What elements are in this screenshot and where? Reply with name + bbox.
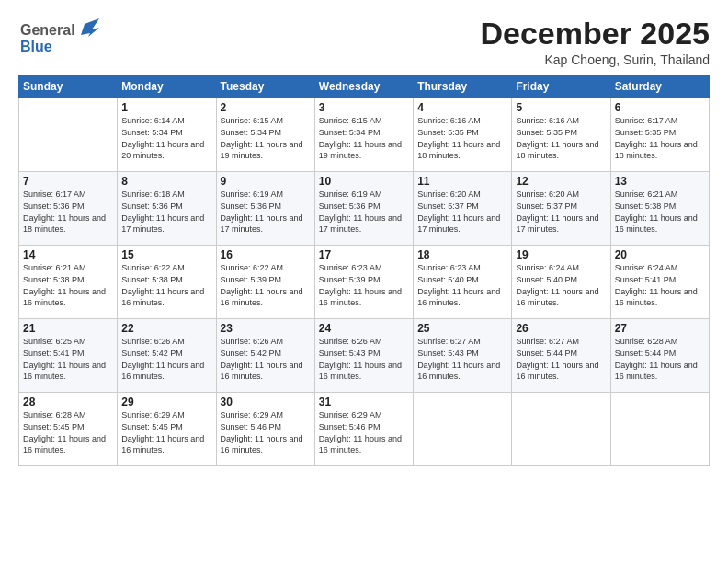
col-thursday: Thursday — [414, 75, 512, 98]
sunrise-text: Sunrise: 6:19 AMSunset: 5:36 PMDaylight:… — [221, 190, 303, 234]
calendar-week-0: 1Sunrise: 6:14 AMSunset: 5:34 PMDaylight… — [19, 98, 710, 172]
day-number: 15 — [121, 248, 211, 261]
calendar-cell: 1Sunrise: 6:14 AMSunset: 5:34 PMDaylight… — [118, 98, 216, 172]
calendar-week-3: 21Sunrise: 6:25 AMSunset: 5:41 PMDayligh… — [19, 319, 710, 393]
calendar-cell: 5Sunrise: 6:16 AMSunset: 5:35 PMDaylight… — [512, 98, 610, 172]
day-number: 2 — [221, 101, 311, 114]
calendar-cell: 15Sunrise: 6:22 AMSunset: 5:38 PMDayligh… — [118, 246, 216, 319]
logo-icon: General Blue — [18, 17, 101, 58]
calendar-cell — [414, 393, 512, 466]
day-number: 31 — [319, 396, 409, 408]
col-monday: Monday — [118, 75, 216, 98]
day-number: 10 — [319, 175, 409, 188]
calendar-cell — [19, 98, 118, 172]
sunrise-text: Sunrise: 6:24 AMSunset: 5:41 PMDaylight:… — [615, 263, 698, 307]
day-number: 22 — [121, 322, 211, 335]
col-sunday: Sunday — [19, 75, 118, 98]
day-number: 13 — [615, 175, 705, 188]
title-block: December 2025 Kap Choeng, Surin, Thailan… — [480, 17, 710, 67]
sunrise-text: Sunrise: 6:26 AMSunset: 5:42 PMDaylight:… — [121, 337, 204, 381]
day-number: 26 — [516, 322, 606, 335]
calendar-week-2: 14Sunrise: 6:21 AMSunset: 5:38 PMDayligh… — [19, 246, 710, 319]
col-saturday: Saturday — [610, 75, 709, 98]
calendar-cell: 14Sunrise: 6:21 AMSunset: 5:38 PMDayligh… — [19, 246, 118, 319]
calendar-cell: 28Sunrise: 6:28 AMSunset: 5:45 PMDayligh… — [19, 393, 118, 466]
day-number: 17 — [319, 248, 409, 261]
day-number: 29 — [121, 396, 211, 408]
calendar-cell: 13Sunrise: 6:21 AMSunset: 5:38 PMDayligh… — [610, 172, 709, 246]
day-number: 25 — [417, 322, 507, 335]
calendar-cell: 17Sunrise: 6:23 AMSunset: 5:39 PMDayligh… — [314, 246, 413, 319]
sunrise-text: Sunrise: 6:23 AMSunset: 5:40 PMDaylight:… — [417, 263, 500, 307]
sunrise-text: Sunrise: 6:17 AMSunset: 5:35 PMDaylight:… — [615, 116, 698, 160]
sunrise-text: Sunrise: 6:14 AMSunset: 5:34 PMDaylight:… — [121, 116, 204, 160]
day-number: 8 — [121, 175, 211, 188]
day-number: 11 — [417, 175, 507, 188]
sunrise-text: Sunrise: 6:28 AMSunset: 5:44 PMDaylight:… — [615, 337, 698, 381]
day-number: 18 — [417, 248, 507, 261]
svg-text:Blue: Blue — [20, 39, 52, 54]
svg-text:General: General — [20, 22, 75, 38]
day-number: 16 — [221, 248, 311, 261]
calendar-week-4: 28Sunrise: 6:28 AMSunset: 5:45 PMDayligh… — [19, 393, 710, 466]
day-number: 27 — [615, 322, 705, 335]
day-number: 1 — [121, 101, 211, 114]
month-title: December 2025 — [480, 17, 710, 51]
sunrise-text: Sunrise: 6:19 AMSunset: 5:36 PMDaylight:… — [319, 190, 402, 234]
day-number: 5 — [516, 101, 606, 114]
calendar-cell: 27Sunrise: 6:28 AMSunset: 5:44 PMDayligh… — [610, 319, 709, 393]
day-number: 7 — [23, 175, 113, 188]
sunrise-text: Sunrise: 6:20 AMSunset: 5:37 PMDaylight:… — [516, 190, 598, 234]
sunrise-text: Sunrise: 6:28 AMSunset: 5:45 PMDaylight:… — [23, 410, 106, 454]
sunrise-text: Sunrise: 6:22 AMSunset: 5:39 PMDaylight:… — [221, 263, 303, 307]
day-number: 28 — [23, 396, 113, 408]
calendar-cell: 19Sunrise: 6:24 AMSunset: 5:40 PMDayligh… — [512, 246, 610, 319]
day-number: 4 — [417, 101, 507, 114]
calendar-cell: 21Sunrise: 6:25 AMSunset: 5:41 PMDayligh… — [19, 319, 118, 393]
calendar-cell: 12Sunrise: 6:20 AMSunset: 5:37 PMDayligh… — [512, 172, 610, 246]
calendar-cell: 29Sunrise: 6:29 AMSunset: 5:45 PMDayligh… — [118, 393, 216, 466]
calendar: Sunday Monday Tuesday Wednesday Thursday… — [18, 75, 710, 466]
location: Kap Choeng, Surin, Thailand — [480, 52, 710, 67]
day-number: 20 — [615, 248, 705, 261]
sunrise-text: Sunrise: 6:29 AMSunset: 5:46 PMDaylight:… — [319, 410, 402, 454]
sunrise-text: Sunrise: 6:16 AMSunset: 5:35 PMDaylight:… — [516, 116, 598, 160]
sunrise-text: Sunrise: 6:29 AMSunset: 5:45 PMDaylight:… — [121, 410, 204, 454]
sunrise-text: Sunrise: 6:17 AMSunset: 5:36 PMDaylight:… — [23, 190, 106, 234]
svg-marker-2 — [81, 18, 99, 37]
day-number: 19 — [516, 248, 606, 261]
sunrise-text: Sunrise: 6:18 AMSunset: 5:36 PMDaylight:… — [121, 190, 204, 234]
calendar-cell: 24Sunrise: 6:26 AMSunset: 5:43 PMDayligh… — [314, 319, 413, 393]
calendar-cell: 20Sunrise: 6:24 AMSunset: 5:41 PMDayligh… — [610, 246, 709, 319]
sunrise-text: Sunrise: 6:15 AMSunset: 5:34 PMDaylight:… — [319, 116, 402, 160]
page: General Blue December 2025 Kap Choeng, S… — [0, 0, 728, 563]
calendar-cell: 23Sunrise: 6:26 AMSunset: 5:42 PMDayligh… — [216, 319, 314, 393]
day-number: 24 — [319, 322, 409, 335]
sunrise-text: Sunrise: 6:24 AMSunset: 5:40 PMDaylight:… — [516, 263, 598, 307]
calendar-cell: 9Sunrise: 6:19 AMSunset: 5:36 PMDaylight… — [216, 172, 314, 246]
calendar-week-1: 7Sunrise: 6:17 AMSunset: 5:36 PMDaylight… — [19, 172, 710, 246]
calendar-cell: 8Sunrise: 6:18 AMSunset: 5:36 PMDaylight… — [118, 172, 216, 246]
day-number: 12 — [516, 175, 606, 188]
sunrise-text: Sunrise: 6:29 AMSunset: 5:46 PMDaylight:… — [221, 410, 303, 454]
day-number: 9 — [221, 175, 311, 188]
day-number: 3 — [319, 101, 409, 114]
col-friday: Friday — [512, 75, 610, 98]
calendar-cell: 11Sunrise: 6:20 AMSunset: 5:37 PMDayligh… — [414, 172, 512, 246]
logo: General Blue — [18, 17, 101, 58]
calendar-cell: 6Sunrise: 6:17 AMSunset: 5:35 PMDaylight… — [610, 98, 709, 172]
day-number: 30 — [221, 396, 311, 408]
calendar-cell: 2Sunrise: 6:15 AMSunset: 5:34 PMDaylight… — [216, 98, 314, 172]
calendar-cell: 3Sunrise: 6:15 AMSunset: 5:34 PMDaylight… — [314, 98, 413, 172]
calendar-cell: 31Sunrise: 6:29 AMSunset: 5:46 PMDayligh… — [314, 393, 413, 466]
sunrise-text: Sunrise: 6:26 AMSunset: 5:43 PMDaylight:… — [319, 337, 402, 381]
calendar-cell: 7Sunrise: 6:17 AMSunset: 5:36 PMDaylight… — [19, 172, 118, 246]
sunrise-text: Sunrise: 6:27 AMSunset: 5:43 PMDaylight:… — [417, 337, 500, 381]
day-number: 14 — [23, 248, 113, 261]
sunrise-text: Sunrise: 6:21 AMSunset: 5:38 PMDaylight:… — [23, 263, 106, 307]
calendar-cell — [512, 393, 610, 466]
sunrise-text: Sunrise: 6:26 AMSunset: 5:42 PMDaylight:… — [221, 337, 303, 381]
sunrise-text: Sunrise: 6:21 AMSunset: 5:38 PMDaylight:… — [615, 190, 698, 234]
calendar-cell: 22Sunrise: 6:26 AMSunset: 5:42 PMDayligh… — [118, 319, 216, 393]
sunrise-text: Sunrise: 6:22 AMSunset: 5:38 PMDaylight:… — [121, 263, 204, 307]
